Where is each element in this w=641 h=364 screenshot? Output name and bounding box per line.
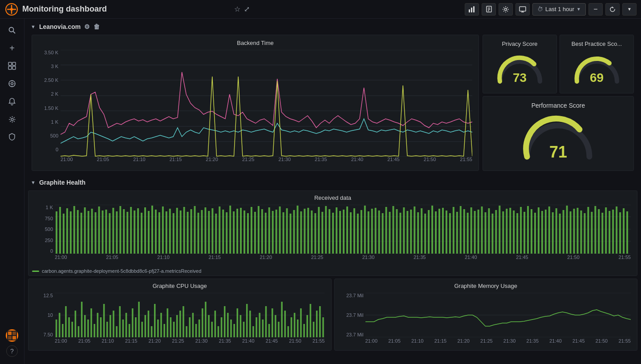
svg-rect-230 — [122, 320, 124, 337]
svg-rect-61 — [116, 211, 118, 254]
received-data-title: Received data — [35, 194, 631, 201]
svg-rect-17 — [8, 66, 12, 69]
svg-rect-158 — [460, 206, 462, 254]
svg-rect-96 — [240, 208, 242, 254]
svg-rect-247 — [176, 315, 178, 337]
sidebar-item-add[interactable]: + — [3, 40, 21, 56]
svg-rect-75 — [166, 211, 167, 254]
svg-rect-57 — [102, 210, 104, 254]
svg-rect-110 — [290, 214, 292, 254]
svg-rect-180 — [538, 207, 540, 254]
star-icon[interactable]: ☆ — [234, 5, 240, 13]
zoom-out-icon[interactable]: − — [588, 3, 603, 16]
performance-gauge: 71 — [518, 114, 598, 163]
svg-rect-189 — [570, 211, 572, 254]
bar-chart-icon[interactable] — [465, 3, 479, 16]
svg-rect-268 — [243, 322, 245, 337]
svg-rect-181 — [541, 211, 543, 254]
svg-rect-72 — [155, 210, 157, 254]
tv-icon[interactable] — [515, 3, 530, 16]
best-practice-score-value: 69 — [590, 71, 604, 85]
svg-rect-45 — [59, 207, 61, 254]
bottom-charts-row: Graphite CPU Usage 12.5 10 7.50 — [28, 279, 637, 351]
svg-rect-211 — [62, 324, 64, 337]
svg-rect-142 — [403, 207, 405, 254]
sidebar-item-search[interactable] — [3, 22, 21, 38]
sidebar-item-help[interactable]: ? — [6, 345, 18, 357]
svg-rect-261 — [221, 317, 223, 337]
svg-rect-192 — [580, 210, 582, 254]
svg-rect-29 — [8, 336, 12, 340]
svg-rect-131 — [364, 206, 366, 254]
svg-rect-215 — [75, 311, 77, 337]
privacy-score-title: Privacy Score — [502, 40, 537, 47]
svg-rect-160 — [467, 213, 469, 254]
svg-rect-200 — [609, 211, 610, 254]
svg-rect-226 — [110, 315, 111, 337]
svg-rect-245 — [170, 317, 172, 337]
svg-rect-248 — [179, 311, 181, 337]
svg-rect-287 — [303, 324, 305, 337]
user-avatar[interactable] — [6, 329, 18, 342]
document-icon[interactable] — [482, 3, 496, 16]
svg-rect-84 — [198, 213, 199, 254]
leanovia-delete-icon[interactable]: 🗑 — [93, 23, 100, 30]
svg-rect-59 — [109, 213, 110, 254]
svg-point-13 — [9, 28, 14, 32]
svg-rect-27 — [8, 332, 12, 335]
sidebar-item-shield[interactable] — [3, 129, 21, 145]
svg-rect-48 — [70, 211, 72, 254]
dropdown-icon[interactable]: ▼ — [622, 3, 637, 16]
sidebar-item-alerts[interactable] — [3, 93, 21, 109]
svg-rect-179 — [534, 213, 536, 254]
sidebar: + — [0, 19, 24, 364]
svg-rect-15 — [8, 62, 12, 65]
refresh-icon[interactable] — [605, 3, 620, 16]
graphite-title: Graphite Health — [39, 179, 85, 186]
svg-rect-249 — [183, 306, 184, 337]
svg-rect-264 — [230, 320, 232, 337]
svg-rect-232 — [129, 324, 130, 337]
sidebar-item-explore[interactable] — [3, 76, 21, 92]
svg-rect-266 — [236, 308, 238, 337]
privacy-score-value: 73 — [513, 71, 527, 85]
svg-rect-55 — [95, 212, 97, 254]
sidebar-item-config[interactable] — [3, 111, 21, 127]
leanovia-section-header[interactable]: ▼ Leanovia.com ⚙ 🗑 — [24, 19, 641, 35]
leanovia-settings-icon[interactable]: ⚙ — [84, 23, 90, 30]
svg-rect-256 — [205, 302, 207, 337]
svg-rect-276 — [268, 324, 270, 337]
svg-rect-169 — [499, 206, 500, 254]
sidebar-item-dashboards[interactable] — [3, 58, 21, 74]
svg-rect-30 — [12, 336, 16, 340]
svg-rect-243 — [163, 324, 165, 337]
svg-rect-196 — [594, 206, 596, 254]
svg-rect-197 — [598, 209, 600, 254]
settings-icon[interactable] — [499, 3, 513, 16]
svg-rect-122 — [332, 213, 334, 254]
svg-rect-104 — [268, 207, 270, 254]
svg-rect-235 — [138, 302, 140, 337]
svg-rect-227 — [113, 311, 114, 337]
share-icon[interactable]: ⤢ — [244, 5, 250, 13]
svg-rect-66 — [134, 210, 135, 254]
svg-rect-111 — [293, 210, 295, 254]
time-selector[interactable]: ⏱ Last 1 hour ▼ — [532, 3, 586, 16]
svg-rect-135 — [378, 210, 380, 254]
cpu-usage-panel: Graphite CPU Usage 12.5 10 7.50 — [28, 279, 332, 351]
svg-point-19 — [9, 81, 15, 87]
svg-rect-289 — [310, 304, 312, 337]
svg-rect-204 — [623, 208, 625, 254]
svg-rect-73 — [158, 212, 160, 254]
svg-rect-154 — [446, 210, 447, 254]
svg-rect-258 — [211, 322, 213, 337]
svg-rect-82 — [191, 209, 192, 254]
svg-rect-60 — [112, 208, 114, 254]
svg-rect-255 — [202, 308, 203, 337]
graphite-section-header[interactable]: ▼ Graphite Health — [24, 174, 641, 190]
memory-usage-panel: Graphite Memory Usage 23.7 Mil 23.7 Mil … — [334, 279, 638, 351]
svg-rect-176 — [523, 212, 525, 254]
svg-rect-194 — [587, 207, 589, 254]
svg-rect-140 — [396, 209, 398, 254]
svg-rect-141 — [399, 213, 401, 254]
